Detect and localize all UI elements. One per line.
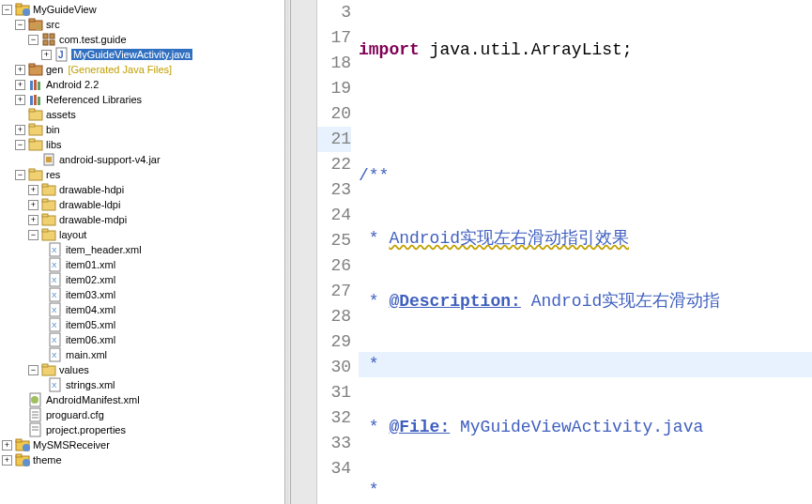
expand-icon[interactable]: + xyxy=(15,95,25,105)
line-number: 3 xyxy=(317,0,351,25)
split-divider[interactable] xyxy=(284,0,291,504)
line-number: 32 xyxy=(317,405,351,431)
tree-label: assets xyxy=(45,109,77,120)
expand-icon[interactable]: + xyxy=(28,185,38,195)
xml-file[interactable]: Xitem_header.xml xyxy=(0,242,284,257)
bin-folder[interactable]: +bin xyxy=(0,122,284,137)
xml-file[interactable]: Xitem01.xml xyxy=(0,257,284,272)
xml-file-icon: X xyxy=(48,317,63,332)
xml-file[interactable]: Xitem02.xml xyxy=(0,272,284,287)
collapse-icon[interactable]: − xyxy=(15,20,25,30)
code-content[interactable]: import java.util.ArrayList; /** * Androi… xyxy=(359,0,812,504)
package-icon xyxy=(41,32,56,47)
svg-rect-27 xyxy=(46,157,52,162)
line-number-gutter: 3 17 18 19 20 21 22 23 24 25 26 27 28 29… xyxy=(317,0,359,504)
gen-folder[interactable]: +gen [Generated Java Files] xyxy=(0,62,284,77)
svg-rect-18 xyxy=(34,95,37,105)
project-myguideview[interactable]: −MyGuideView xyxy=(0,2,284,17)
svg-rect-7 xyxy=(50,34,54,38)
collapse-icon[interactable]: − xyxy=(15,140,25,150)
project-explorer[interactable]: −MyGuideView −src −com.test.guide +JMyGu… xyxy=(0,0,284,504)
line-number: 25 xyxy=(317,228,351,253)
xml-file[interactable]: Xmain.xml xyxy=(0,347,284,362)
tree-label: com.test.guide xyxy=(58,34,128,45)
drawable-mdpi-folder[interactable]: +drawable-mdpi xyxy=(0,212,284,227)
xml-file-icon: X xyxy=(48,272,63,287)
manifest-file[interactable]: AndroidManifest.xml xyxy=(0,392,284,407)
tree-label-decoration: [Generated Java Files] xyxy=(67,64,173,75)
xml-file[interactable]: Xitem04.xml xyxy=(0,302,284,317)
javadoc: * xyxy=(359,418,389,436)
line-number: 19 xyxy=(317,76,351,101)
res-folder[interactable]: −res xyxy=(0,167,284,182)
tree-label: Referenced Libraries xyxy=(45,94,143,105)
line-number: 18 xyxy=(317,51,351,76)
svg-text:X: X xyxy=(52,381,57,389)
svg-rect-14 xyxy=(30,81,33,90)
svg-rect-35 xyxy=(42,214,48,217)
text-file-icon xyxy=(28,422,43,437)
tree-label: item02.xml xyxy=(65,274,116,285)
expand-icon[interactable]: + xyxy=(28,215,38,225)
tree-label: bin xyxy=(45,124,61,135)
collapse-icon[interactable]: − xyxy=(15,170,25,180)
project-mysmsreceiver[interactable]: +MySMSReceiver xyxy=(0,437,284,452)
values-folder[interactable]: −values xyxy=(0,362,284,377)
expand-icon[interactable]: + xyxy=(15,80,25,90)
proguard-file[interactable]: proguard.cfg xyxy=(0,407,284,422)
line-number: 29 xyxy=(317,329,351,355)
code-editor[interactable]: 3 17 18 19 20 21 22 23 24 25 26 27 28 29… xyxy=(291,0,812,504)
referenced-libraries[interactable]: +Referenced Libraries xyxy=(0,92,284,107)
expand-icon[interactable]: + xyxy=(41,50,52,60)
xml-file[interactable]: Xstrings.xml xyxy=(0,377,284,392)
xml-file-icon: X xyxy=(48,377,63,392)
expand-icon[interactable]: + xyxy=(2,455,12,466)
javadoc-tag: @File: xyxy=(389,418,450,436)
xml-file[interactable]: Xitem03.xml xyxy=(0,287,284,302)
svg-rect-17 xyxy=(30,96,33,105)
expand-icon[interactable]: + xyxy=(15,65,25,75)
layout-folder[interactable]: −layout xyxy=(0,227,284,242)
manifest-icon xyxy=(28,392,43,407)
libs-folder[interactable]: −libs xyxy=(0,137,284,152)
xml-file[interactable]: Xitem06.xml xyxy=(0,332,284,347)
drawable-hdpi-folder[interactable]: +drawable-hdpi xyxy=(0,182,284,197)
line-number: 28 xyxy=(317,304,351,329)
keyword: import xyxy=(359,40,420,59)
expand-icon[interactable]: + xyxy=(28,200,38,210)
xml-file[interactable]: Xitem05.xml xyxy=(0,317,284,332)
svg-rect-8 xyxy=(43,40,48,45)
package-node[interactable]: −com.test.guide xyxy=(0,32,284,47)
collapse-icon[interactable]: − xyxy=(28,365,38,375)
src-folder[interactable]: −src xyxy=(0,17,284,32)
java-file-selected[interactable]: +JMyGuideViewActivity.java xyxy=(0,47,284,62)
tree-label: values xyxy=(58,364,90,375)
javadoc: * xyxy=(359,355,389,374)
project-theme[interactable]: +theme xyxy=(0,452,284,467)
collapse-icon[interactable]: − xyxy=(2,5,12,15)
drawable-ldpi-folder[interactable]: +drawable-ldpi xyxy=(0,197,284,212)
jar-icon xyxy=(41,152,56,167)
javadoc: * xyxy=(359,481,389,499)
javadoc-text: Android实现左右滑动指引效果 xyxy=(389,229,629,248)
collapse-icon[interactable]: − xyxy=(28,35,38,45)
folder-icon xyxy=(41,212,56,227)
svg-rect-25 xyxy=(29,139,35,142)
properties-file[interactable]: project.properties xyxy=(0,422,284,437)
jar-file[interactable]: android-support-v4.jar xyxy=(0,152,284,167)
folder-icon xyxy=(28,167,43,182)
assets-folder[interactable]: assets xyxy=(0,107,284,122)
line-number: 27 xyxy=(317,279,351,304)
expand-icon[interactable]: + xyxy=(15,125,25,135)
editor-ruler[interactable] xyxy=(291,0,317,504)
javadoc-text: MyGuideViewActivity.java xyxy=(450,418,703,436)
svg-point-59 xyxy=(31,396,38,404)
collapse-icon[interactable]: − xyxy=(28,230,38,240)
expand-icon[interactable]: + xyxy=(2,440,12,451)
android-library[interactable]: +Android 2.2 xyxy=(0,77,284,92)
tree-label: res xyxy=(45,169,61,180)
source-folder-icon xyxy=(28,62,43,77)
svg-text:X: X xyxy=(52,291,57,299)
line-number: 17 xyxy=(317,25,351,51)
library-icon xyxy=(28,77,43,92)
